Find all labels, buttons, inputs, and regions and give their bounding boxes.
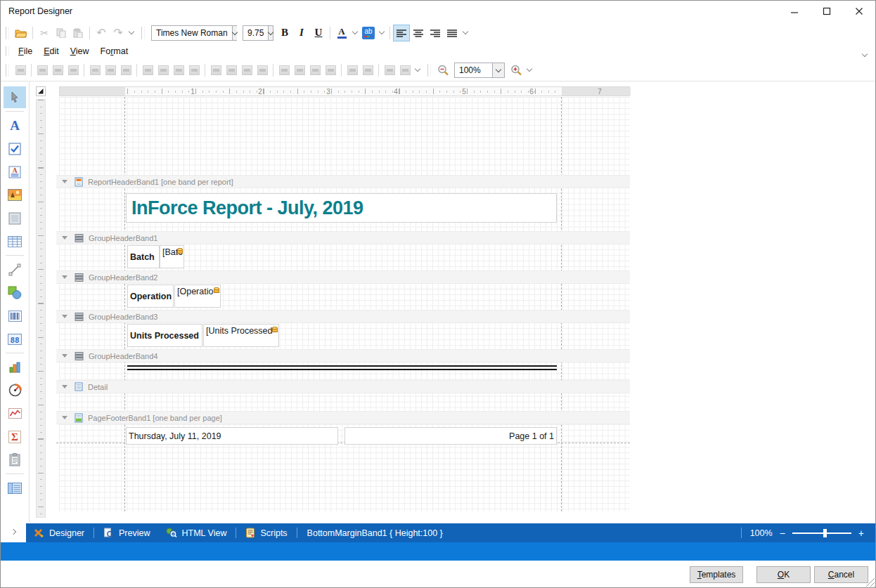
gauge-tool[interactable] <box>4 379 26 401</box>
zoom-in-button[interactable] <box>508 62 524 79</box>
menu-view[interactable]: View <box>65 46 95 56</box>
undo-button[interactable]: ↶ <box>93 25 110 41</box>
remove-horizontal-spacing-icon[interactable] <box>276 63 292 78</box>
copy-button[interactable] <box>53 25 70 41</box>
chart-tool[interactable] <box>4 356 26 378</box>
pointer-tool[interactable] <box>4 86 26 108</box>
decrease-horizontal-spacing-icon[interactable] <box>255 63 270 78</box>
operation-caption-label[interactable]: Operation <box>127 285 174 308</box>
align-horizontal-centers-icon[interactable] <box>50 63 65 78</box>
units-caption-label[interactable]: Units Processed <box>127 324 202 347</box>
report-title-label[interactable]: InForce Report - July, 2019 <box>126 193 557 223</box>
zip-code-tool[interactable]: 88 <box>4 328 26 350</box>
font-family-combobox[interactable]: Times New Roman <box>151 25 237 41</box>
fit-height-to-container-icon[interactable] <box>171 63 186 78</box>
tab-preview[interactable]: Preview <box>96 523 157 542</box>
align-bottom-edges-icon[interactable] <box>118 63 134 78</box>
collapse-arrow-icon[interactable] <box>62 180 67 183</box>
ok-button[interactable]: OK <box>756 566 811 583</box>
rich-text-tool[interactable]: A <box>4 161 26 183</box>
menu-file[interactable]: File <box>13 46 38 56</box>
justify-text-button[interactable] <box>444 25 460 41</box>
page-info-tool[interactable] <box>4 449 26 471</box>
decrease-vertical-spacing-icon[interactable] <box>323 63 338 78</box>
label-tool[interactable]: A <box>4 115 26 136</box>
subreport-tool[interactable] <box>4 477 26 499</box>
align-text-right-button[interactable] <box>427 25 444 41</box>
templates-button[interactable]: Templates <box>690 566 743 583</box>
center-vertically-icon[interactable] <box>360 63 375 78</box>
fit-bounds-to-container-icon[interactable] <box>155 63 171 78</box>
double-line-control[interactable] <box>127 365 557 370</box>
font-family-dropdown-button[interactable] <box>232 26 237 40</box>
tab-scripts[interactable]: Scripts <box>238 523 295 542</box>
align-vertical-centers-icon[interactable] <box>103 63 118 78</box>
increase-horizontal-spacing-icon[interactable] <box>239 63 255 78</box>
align-left-edges-icon[interactable] <box>34 63 50 78</box>
summary-tool[interactable]: Σ <box>4 426 26 447</box>
zoom-out-button[interactable] <box>434 62 451 79</box>
zoom-in-slider-button[interactable]: + <box>858 528 864 538</box>
check-box-tool[interactable] <box>4 138 26 159</box>
italic-button[interactable]: I <box>293 25 310 41</box>
minimize-button[interactable] <box>778 1 811 22</box>
cancel-button[interactable]: Cancel <box>814 566 868 583</box>
band-strip-page-footer[interactable]: PageFooterBand1 [one band per page] <box>56 411 630 424</box>
batch-field-label[interactable]: [Batc <box>160 245 184 268</box>
design-surface[interactable]: 1 2 3 4 5 6 7 ReportHeaderBand1 [one ban… <box>30 81 875 523</box>
equal-vertical-spacing-icon[interactable] <box>292 63 307 78</box>
line-tool[interactable] <box>4 259 26 280</box>
zoom-out-slider-button[interactable]: − <box>780 528 785 538</box>
batch-caption-label[interactable]: Batch <box>127 245 160 268</box>
band-strip-detail[interactable]: Detail <box>56 380 630 393</box>
make-same-width-icon[interactable] <box>208 63 224 78</box>
menu-edit[interactable]: Edit <box>38 46 65 56</box>
size-to-grid-icon[interactable] <box>186 63 202 78</box>
highlight-button[interactable]: ab <box>360 25 377 41</box>
highlight-dropdown-button[interactable] <box>377 25 387 41</box>
bold-button[interactable]: B <box>276 25 293 41</box>
equal-horizontal-spacing-icon[interactable] <box>224 63 239 78</box>
layout-overflow-button[interactable] <box>413 62 423 79</box>
collapse-arrow-icon[interactable] <box>62 236 67 240</box>
footer-date-label[interactable]: Thursday, July 11, 2019 <box>126 427 338 445</box>
undo-dropdown-button[interactable] <box>127 25 136 41</box>
alignment-overflow-button[interactable] <box>460 25 470 41</box>
menu-format[interactable]: Format <box>95 46 134 56</box>
table-tool[interactable] <box>4 230 26 252</box>
cut-button[interactable]: ✂ <box>36 25 53 41</box>
band-strip-group-header-4[interactable]: GroupHeaderBand4 <box>56 349 630 362</box>
sparkline-tool[interactable] <box>4 403 26 424</box>
band-strip-report-header[interactable]: ReportHeaderBand1 [one band per report] <box>56 175 630 188</box>
font-size-dropdown-button[interactable] <box>268 26 273 40</box>
ruler-corner-widget[interactable] <box>36 86 46 96</box>
tab-designer[interactable]: Designer <box>26 523 92 542</box>
font-color-button[interactable]: A <box>333 25 350 41</box>
bar-code-tool[interactable] <box>4 305 26 327</box>
operation-field-label[interactable]: [Operatio <box>174 285 221 308</box>
align-text-left-button[interactable] <box>393 25 410 41</box>
collapse-arrow-icon[interactable] <box>62 416 67 419</box>
collapse-arrow-icon[interactable] <box>62 315 67 318</box>
panel-tool[interactable] <box>4 207 26 229</box>
bring-to-front-icon[interactable] <box>382 63 397 78</box>
collapse-arrow-icon[interactable] <box>62 354 67 358</box>
footer-page-number-label[interactable]: Page 1 of 1 <box>344 427 557 445</box>
collapse-arrow-icon[interactable] <box>62 385 67 388</box>
report-page[interactable]: ReportHeaderBand1 [one band per report] … <box>56 97 630 523</box>
paste-button[interactable] <box>70 25 86 41</box>
band-strip-group-header-2[interactable]: GroupHeaderBand2 <box>56 270 630 284</box>
close-button[interactable] <box>843 1 875 22</box>
band-strip-group-header-1[interactable]: GroupHeaderBand1 <box>56 231 630 244</box>
toolbox-expander[interactable] <box>1 523 26 542</box>
align-text-center-button[interactable] <box>410 25 427 41</box>
font-size-combobox[interactable]: 9.75 <box>243 25 273 41</box>
fit-width-to-container-icon[interactable] <box>140 63 155 78</box>
zoom-slider-thumb[interactable] <box>823 529 827 537</box>
font-color-dropdown-button[interactable] <box>350 25 360 41</box>
increase-vertical-spacing-icon[interactable] <box>307 63 323 78</box>
collapse-arrow-icon[interactable] <box>62 275 67 279</box>
send-to-back-icon[interactable] <box>397 63 413 78</box>
zoom-overflow-button[interactable] <box>524 62 534 79</box>
maximize-button[interactable] <box>811 1 843 22</box>
